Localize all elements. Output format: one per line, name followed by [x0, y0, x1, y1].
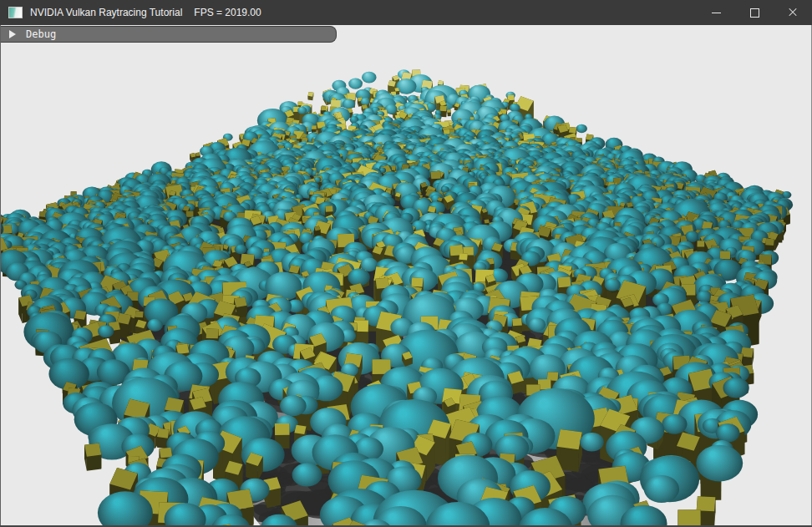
minimize-icon	[712, 13, 721, 13]
right-triangle-icon	[9, 30, 16, 38]
close-icon	[788, 8, 798, 18]
maximize-icon	[750, 8, 759, 18]
debug-panel-label: Debug	[26, 28, 56, 41]
window-border-left	[0, 25, 1, 527]
close-button[interactable]	[774, 0, 812, 25]
maximize-button[interactable]	[735, 0, 774, 25]
title-bar: NVIDIA Vulkan Raytracing Tutorial FPS = …	[0, 0, 812, 25]
app-window-icon	[8, 7, 23, 18]
raytracing-viewport[interactable]	[0, 0, 812, 527]
app-window: NVIDIA Vulkan Raytracing Tutorial FPS = …	[0, 0, 812, 527]
minimize-button[interactable]	[697, 0, 735, 25]
debug-panel-header[interactable]: Debug	[0, 26, 337, 43]
window-controls	[697, 0, 812, 25]
fps-counter: FPS = 2019.00	[194, 7, 261, 18]
window-title: NVIDIA Vulkan Raytracing Tutorial	[30, 7, 182, 18]
